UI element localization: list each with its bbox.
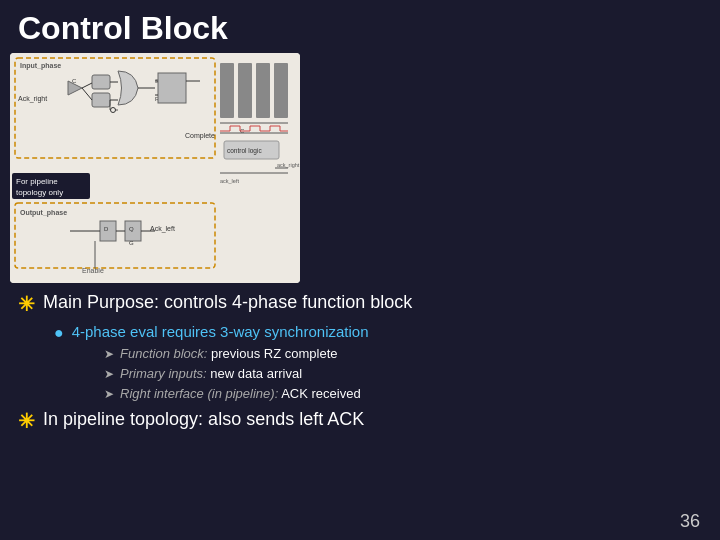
main-bullet-2: ✳ In pipeline topology: also sends left …: [18, 408, 702, 433]
arrow-icon-2: ➤: [104, 367, 114, 381]
svg-text:G: G: [129, 240, 134, 246]
arrow-icon-1: ➤: [104, 347, 114, 361]
sub-bullet-text-1: 4-phase eval requires 3-way synchronizat…: [72, 322, 369, 342]
svg-rect-46: [256, 63, 270, 118]
sub-bullet-marker-1: ●: [54, 324, 64, 342]
svg-rect-7: [92, 93, 110, 107]
main-bullet-text-2: In pipeline topology: also sends left AC…: [43, 408, 364, 431]
bullet-marker-2: ✳: [18, 409, 35, 433]
page-title: Control Block: [0, 0, 720, 53]
sub-sub-bullets: ➤ Function block: previous RZ complete ➤…: [104, 345, 702, 404]
text-area: ✳ Main Purpose: controls 4-phase functio…: [0, 283, 720, 433]
svg-text:D: D: [104, 226, 109, 232]
svg-text:Ack_right: Ack_right: [18, 95, 47, 103]
main-content: Input_phase Ack_right C S Q R: [0, 53, 720, 283]
svg-rect-6: [92, 75, 110, 89]
sub-bullets-1: ● 4-phase eval requires 3-way synchroniz…: [54, 322, 702, 404]
svg-text:Enable: Enable: [82, 267, 104, 274]
svg-text:ack_right: ack_right: [277, 162, 300, 168]
svg-text:control logic: control logic: [227, 147, 262, 155]
logic-diagram: Input_phase Ack_right C S Q R: [10, 53, 300, 283]
svg-text:Output_phase: Output_phase: [20, 209, 67, 217]
arrow-icon-3: ➤: [104, 387, 114, 401]
svg-text:Complete: Complete: [185, 132, 215, 140]
svg-rect-16: [158, 73, 186, 103]
subsub-text-2: Primary inputs: new data arrival: [120, 365, 302, 383]
subsub-text-3: Right interface (in pipeline): ACK recei…: [120, 385, 361, 403]
main-bullet-text-1: Main Purpose: controls 4-phase function …: [43, 291, 412, 314]
svg-text:topology only: topology only: [16, 188, 63, 197]
bullet-marker-1: ✳: [18, 292, 35, 316]
svg-text:For pipeline: For pipeline: [16, 177, 58, 186]
svg-text:Q: Q: [129, 226, 134, 232]
svg-text:ack_left: ack_left: [220, 178, 239, 184]
main-bullet-1: ✳ Main Purpose: controls 4-phase functio…: [18, 291, 702, 316]
subsub-item-2: ➤ Primary inputs: new data arrival: [104, 365, 702, 383]
sub-bullet-1: ● 4-phase eval requires 3-way synchroniz…: [54, 322, 702, 342]
page-number: 36: [680, 511, 700, 532]
svg-text:C: C: [72, 78, 77, 84]
svg-rect-44: [220, 63, 234, 118]
svg-text:Input_phase: Input_phase: [20, 62, 61, 70]
subsub-text-1: Function block: previous RZ complete: [120, 345, 338, 363]
subsub-item-3: ➤ Right interface (in pipeline): ACK rec…: [104, 385, 702, 403]
svg-rect-47: [274, 63, 288, 118]
svg-rect-45: [238, 63, 252, 118]
subsub-item-1: ➤ Function block: previous RZ complete: [104, 345, 702, 363]
svg-text:Ack_left: Ack_left: [150, 225, 175, 233]
